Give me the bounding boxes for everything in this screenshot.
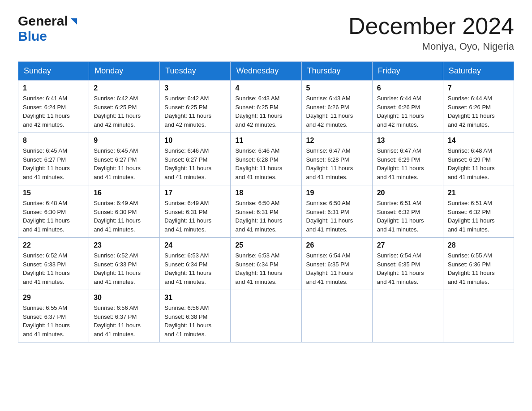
day-number: 8 [23, 137, 84, 145]
calendar-cell: 21Sunrise: 6:51 AMSunset: 6:32 PMDayligh… [443, 185, 514, 238]
calendar-week-3: 15Sunrise: 6:48 AMSunset: 6:30 PMDayligh… [18, 185, 514, 238]
calendar-cell: 6Sunrise: 6:44 AMSunset: 6:26 PMDaylight… [372, 81, 443, 133]
calendar-cell: 18Sunrise: 6:50 AMSunset: 6:31 PMDayligh… [231, 185, 301, 238]
day-number: 31 [164, 294, 226, 302]
calendar-cell [443, 290, 514, 342]
day-header-wednesday: Wednesday [231, 62, 301, 81]
calendar-cell: 8Sunrise: 6:45 AMSunset: 6:27 PMDaylight… [18, 133, 89, 185]
day-number: 27 [377, 241, 438, 249]
day-info: Sunrise: 6:48 AMSunset: 6:29 PMDaylight:… [448, 146, 509, 181]
calendar-cell: 27Sunrise: 6:54 AMSunset: 6:35 PMDayligh… [372, 238, 443, 290]
calendar-cell: 4Sunrise: 6:43 AMSunset: 6:25 PMDaylight… [231, 81, 301, 133]
calendar-cell: 29Sunrise: 6:55 AMSunset: 6:37 PMDayligh… [18, 290, 89, 342]
calendar-cell: 5Sunrise: 6:43 AMSunset: 6:26 PMDaylight… [301, 81, 372, 133]
day-info: Sunrise: 6:55 AMSunset: 6:37 PMDaylight:… [23, 304, 84, 338]
location-text: Moniya, Oyo, Nigeria [348, 41, 514, 52]
month-title: December 2024 [348, 13, 514, 39]
logo-general-text: General [18, 13, 68, 29]
day-number: 16 [94, 189, 155, 197]
day-info: Sunrise: 6:53 AMSunset: 6:34 PMDaylight:… [164, 251, 226, 286]
day-info: Sunrise: 6:49 AMSunset: 6:31 PMDaylight:… [164, 199, 226, 234]
calendar-cell: 14Sunrise: 6:48 AMSunset: 6:29 PMDayligh… [443, 133, 514, 185]
calendar-cell [372, 290, 443, 342]
day-number: 1 [23, 84, 84, 92]
day-number: 30 [94, 294, 155, 302]
day-info: Sunrise: 6:42 AMSunset: 6:25 PMDaylight:… [94, 94, 155, 129]
calendar-cell: 28Sunrise: 6:55 AMSunset: 6:36 PMDayligh… [443, 238, 514, 290]
day-number: 2 [94, 84, 155, 92]
day-number: 9 [94, 137, 155, 145]
calendar-cell: 13Sunrise: 6:47 AMSunset: 6:29 PMDayligh… [372, 133, 443, 185]
day-info: Sunrise: 6:54 AMSunset: 6:35 PMDaylight:… [306, 251, 368, 286]
logo-blue-text: Blue [18, 29, 47, 43]
day-header-sunday: Sunday [18, 62, 89, 81]
day-info: Sunrise: 6:45 AMSunset: 6:27 PMDaylight:… [94, 146, 155, 181]
calendar-cell: 3Sunrise: 6:42 AMSunset: 6:25 PMDaylight… [160, 81, 231, 133]
day-number: 6 [377, 84, 438, 92]
calendar-cell: 19Sunrise: 6:50 AMSunset: 6:31 PMDayligh… [301, 185, 372, 238]
day-info: Sunrise: 6:53 AMSunset: 6:34 PMDaylight:… [235, 251, 296, 286]
day-info: Sunrise: 6:44 AMSunset: 6:26 PMDaylight:… [377, 94, 438, 129]
day-number: 4 [235, 84, 296, 92]
day-info: Sunrise: 6:56 AMSunset: 6:38 PMDaylight:… [164, 304, 226, 338]
day-number: 10 [164, 137, 226, 145]
day-info: Sunrise: 6:46 AMSunset: 6:28 PMDaylight:… [235, 146, 296, 181]
day-number: 12 [306, 137, 368, 145]
day-header-friday: Friday [372, 62, 443, 81]
day-info: Sunrise: 6:52 AMSunset: 6:33 PMDaylight:… [94, 251, 155, 286]
day-number: 28 [448, 241, 509, 249]
day-number: 20 [377, 189, 438, 197]
day-info: Sunrise: 6:50 AMSunset: 6:31 PMDaylight:… [306, 199, 368, 234]
calendar-week-1: 1Sunrise: 6:41 AMSunset: 6:24 PMDaylight… [18, 81, 514, 133]
calendar-cell: 26Sunrise: 6:54 AMSunset: 6:35 PMDayligh… [301, 238, 372, 290]
calendar-table: SundayMondayTuesdayWednesdayThursdayFrid… [18, 61, 514, 342]
logo: General Blue [18, 13, 79, 44]
day-info: Sunrise: 6:48 AMSunset: 6:30 PMDaylight:… [23, 199, 84, 234]
day-info: Sunrise: 6:56 AMSunset: 6:37 PMDaylight:… [94, 304, 155, 338]
day-header-saturday: Saturday [443, 62, 514, 81]
day-info: Sunrise: 6:50 AMSunset: 6:31 PMDaylight:… [235, 199, 296, 234]
day-number: 19 [306, 189, 368, 197]
day-number: 18 [235, 189, 296, 197]
calendar-cell: 25Sunrise: 6:53 AMSunset: 6:34 PMDayligh… [231, 238, 301, 290]
day-info: Sunrise: 6:43 AMSunset: 6:25 PMDaylight:… [235, 94, 296, 129]
day-info: Sunrise: 6:47 AMSunset: 6:29 PMDaylight:… [377, 146, 438, 181]
day-info: Sunrise: 6:54 AMSunset: 6:35 PMDaylight:… [377, 251, 438, 286]
day-number: 15 [23, 189, 84, 197]
calendar-cell: 17Sunrise: 6:49 AMSunset: 6:31 PMDayligh… [160, 185, 231, 238]
day-info: Sunrise: 6:51 AMSunset: 6:32 PMDaylight:… [377, 199, 438, 234]
calendar-cell: 9Sunrise: 6:45 AMSunset: 6:27 PMDaylight… [89, 133, 160, 185]
calendar-cell: 24Sunrise: 6:53 AMSunset: 6:34 PMDayligh… [160, 238, 231, 290]
calendar-cell: 16Sunrise: 6:49 AMSunset: 6:30 PMDayligh… [89, 185, 160, 238]
day-number: 11 [235, 137, 296, 145]
day-info: Sunrise: 6:47 AMSunset: 6:28 PMDaylight:… [306, 146, 368, 181]
logo-triangle-icon [69, 17, 79, 26]
calendar-week-5: 29Sunrise: 6:55 AMSunset: 6:37 PMDayligh… [18, 290, 514, 342]
day-number: 13 [377, 137, 438, 145]
day-info: Sunrise: 6:46 AMSunset: 6:27 PMDaylight:… [164, 146, 226, 181]
day-info: Sunrise: 6:41 AMSunset: 6:24 PMDaylight:… [23, 94, 84, 129]
calendar-cell: 31Sunrise: 6:56 AMSunset: 6:38 PMDayligh… [160, 290, 231, 342]
day-number: 24 [164, 241, 226, 249]
day-number: 22 [23, 241, 84, 249]
page-header: General Blue December 2024 Moniya, Oyo, … [18, 13, 514, 52]
calendar-cell: 30Sunrise: 6:56 AMSunset: 6:37 PMDayligh… [89, 290, 160, 342]
calendar-cell: 23Sunrise: 6:52 AMSunset: 6:33 PMDayligh… [89, 238, 160, 290]
day-number: 17 [164, 189, 226, 197]
title-block: December 2024 Moniya, Oyo, Nigeria [348, 13, 514, 52]
calendar-cell: 11Sunrise: 6:46 AMSunset: 6:28 PMDayligh… [231, 133, 301, 185]
day-info: Sunrise: 6:49 AMSunset: 6:30 PMDaylight:… [94, 199, 155, 234]
day-header-tuesday: Tuesday [160, 62, 231, 81]
day-number: 5 [306, 84, 368, 92]
day-number: 23 [94, 241, 155, 249]
day-number: 29 [23, 294, 84, 302]
calendar-cell: 10Sunrise: 6:46 AMSunset: 6:27 PMDayligh… [160, 133, 231, 185]
calendar-cell: 22Sunrise: 6:52 AMSunset: 6:33 PMDayligh… [18, 238, 89, 290]
day-info: Sunrise: 6:55 AMSunset: 6:36 PMDaylight:… [448, 251, 509, 286]
day-info: Sunrise: 6:42 AMSunset: 6:25 PMDaylight:… [164, 94, 226, 129]
calendar-cell: 2Sunrise: 6:42 AMSunset: 6:25 PMDaylight… [89, 81, 160, 133]
day-info: Sunrise: 6:43 AMSunset: 6:26 PMDaylight:… [306, 94, 368, 129]
calendar-week-4: 22Sunrise: 6:52 AMSunset: 6:33 PMDayligh… [18, 238, 514, 290]
calendar-cell: 12Sunrise: 6:47 AMSunset: 6:28 PMDayligh… [301, 133, 372, 185]
day-info: Sunrise: 6:44 AMSunset: 6:26 PMDaylight:… [448, 94, 509, 129]
